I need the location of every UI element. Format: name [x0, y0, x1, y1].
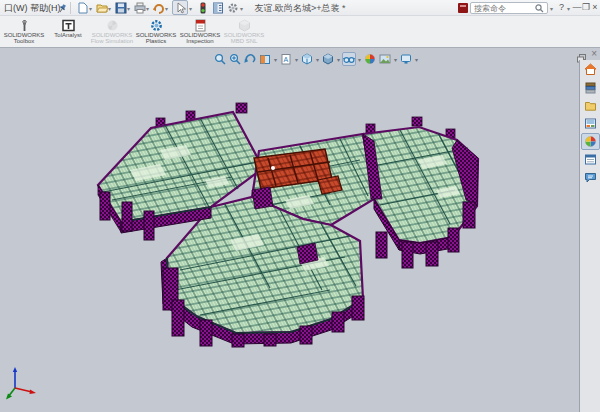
design-library-icon[interactable]: [581, 79, 600, 96]
open-caret[interactable]: ▾: [108, 5, 111, 12]
solidworks-logo-icon: [458, 3, 468, 13]
custom-properties-icon[interactable]: [581, 151, 600, 168]
addin-flow-simulation[interactable]: SOLIDWORKS Flow Simulation: [90, 17, 134, 47]
orientation-caret[interactable]: ▾: [316, 56, 319, 63]
save-icon[interactable]: [115, 2, 127, 14]
apply-scene-icon[interactable]: [378, 52, 392, 66]
svg-text:A: A: [283, 56, 288, 63]
hide-show-caret[interactable]: ▾: [358, 56, 361, 63]
view-settings-caret[interactable]: ▾: [415, 56, 418, 63]
zoom-to-area-icon[interactable]: [228, 52, 242, 66]
origin-triad: [5, 366, 39, 400]
solidworks-resources-icon[interactable]: [581, 61, 600, 78]
addin-inspection[interactable]: SOLIDWORKS Inspection: [178, 17, 222, 47]
menu-bar: 口(W) 帮助(H) ▾ ▾ ▾ ▾ ▾ ▾ ▾: [0, 0, 600, 16]
pushpin-icon[interactable]: [58, 3, 67, 15]
close-button[interactable]: ×: [590, 2, 600, 12]
plastics-icon: [150, 18, 163, 31]
print-caret[interactable]: ▾: [146, 5, 149, 12]
document-title: 友谊.欧尚名城>+总装 *: [150, 2, 450, 15]
display-style-icon[interactable]: [321, 52, 335, 66]
task-pane-bar: [579, 60, 600, 412]
section-view-icon[interactable]: [258, 52, 272, 66]
edit-appearance-icon[interactable]: [363, 52, 377, 66]
help-button[interactable]: ?: [559, 2, 564, 12]
dynamic-annotation-icon[interactable]: A: [279, 52, 293, 66]
heads-up-view-toolbar: ▾ A ▾ ▾ ▾ ▾ ▾ ▾: [213, 52, 419, 66]
graphics-area[interactable]: ▾ A ▾ ▾ ▾ ▾ ▾ ▾: [0, 48, 600, 412]
open-icon[interactable]: [96, 2, 108, 14]
print-icon[interactable]: [134, 2, 146, 14]
new-caret[interactable]: ▾: [89, 5, 92, 12]
flow-simulation-icon: [106, 18, 119, 31]
forum-icon[interactable]: [581, 169, 600, 186]
view-settings-icon[interactable]: [399, 52, 413, 66]
toolbox-icon: [18, 18, 31, 31]
previous-view-icon[interactable]: [243, 52, 257, 66]
command-manager-ribbon: SOLIDWORKS Toolbox TolAnalyst SOLIDWORKS…: [0, 16, 600, 48]
addin-plastics[interactable]: SOLIDWORKS Plastics: [134, 17, 178, 47]
view-orientation-icon[interactable]: [300, 52, 314, 66]
section-caret[interactable]: ▾: [274, 56, 277, 63]
addin-mbd-snl[interactable]: SOLIDWORKS MBD SNL: [222, 17, 266, 47]
tolanalyst-icon: [62, 18, 75, 31]
annotation-caret[interactable]: ▾: [295, 56, 298, 63]
new-document-icon[interactable]: [77, 2, 89, 14]
save-caret[interactable]: ▾: [127, 5, 130, 12]
assembly-model[interactable]: [0, 48, 600, 412]
zoom-to-fit-icon[interactable]: [213, 52, 227, 66]
toolbar-separator: [70, 2, 71, 14]
addin-tolanalyst[interactable]: TolAnalyst: [46, 17, 90, 47]
display-caret[interactable]: ▾: [337, 56, 340, 63]
file-explorer-icon[interactable]: [581, 97, 600, 114]
view-palette-icon[interactable]: [581, 115, 600, 132]
search-options-caret[interactable]: ▾: [550, 5, 553, 12]
addin-solidworks-toolbox[interactable]: SOLIDWORKS Toolbox: [2, 17, 46, 47]
appearances-scenes-icon[interactable]: [581, 133, 600, 150]
mbd-snl-icon: [238, 18, 251, 31]
hide-show-items-icon[interactable]: [342, 52, 356, 66]
scene-caret[interactable]: ▾: [394, 56, 397, 63]
inspection-icon: [194, 18, 207, 31]
model-white-marker: [271, 166, 275, 170]
solidworks-window: 口(W) 帮助(H) ▾ ▾ ▾ ▾ ▾ ▾ ▾: [0, 0, 600, 412]
search-icon[interactable]: [535, 4, 544, 15]
help-caret[interactable]: ▾: [567, 5, 570, 12]
